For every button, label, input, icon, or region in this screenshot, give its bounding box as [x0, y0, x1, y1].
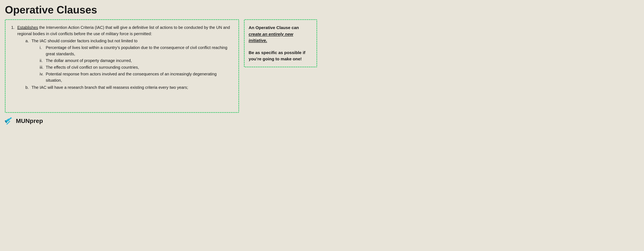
svg-rect-1 [9, 117, 12, 120]
footer: MUNprep [5, 116, 317, 126]
list-item: b. The IAC will have a research branch t… [26, 84, 233, 91]
side-text-line1-italic: create an entirely new initiative. [248, 32, 293, 43]
roman-content: Potential response from actors involved … [46, 71, 233, 84]
sub-a-text: The IAC should consider factors includin… [32, 38, 138, 43]
side-text-2: Be as specific as possible if you’re goi… [248, 50, 312, 62]
gavel-icon [5, 116, 14, 126]
sub-b-content: The IAC will have a research branch that… [32, 84, 233, 91]
page-title: Operative Clauses [5, 4, 317, 16]
brand-name: MUNprep [16, 118, 43, 124]
roman-content: Percentage of lives lost within a countr… [46, 44, 233, 57]
list-item: 1. Establishes the Intervention Action C… [11, 24, 233, 91]
list-item: a. The IAC should consider factors inclu… [26, 38, 233, 84]
roman-content: The effects of civil conflict on surroun… [46, 64, 233, 70]
roman-label: i. [40, 44, 46, 51]
sub-b-text: The IAC will have a research branch that… [32, 85, 188, 90]
roman-label: iv. [40, 71, 46, 77]
list-item: iv. Potential response from actors invol… [40, 71, 233, 84]
list-item: ii. The dollar amount of property damage… [40, 58, 233, 64]
side-text-1: An Operative Clause can create an entire… [248, 24, 312, 44]
sub-b-label: b. [26, 84, 32, 91]
roman-content: The dollar amount of property damage inc… [46, 58, 233, 64]
item-number: 1. [11, 24, 17, 31]
roman-label: iii. [40, 64, 46, 70]
roman-label: ii. [40, 58, 46, 64]
content-area: 1. Establishes the Intervention Action C… [5, 19, 317, 113]
main-clause-box: 1. Establishes the Intervention Action C… [5, 19, 239, 113]
list-item: i. Percentage of lives lost within a cou… [40, 44, 233, 57]
sub-a-label: a. [26, 38, 32, 44]
sub-a-content: The IAC should consider factors includin… [32, 38, 233, 84]
side-clause-box: An Operative Clause can create an entire… [244, 19, 317, 67]
item1-text: the Intervention Action Criteria (IAC) t… [17, 25, 230, 36]
side-text-line1-prefix: An Operative Clause can [248, 25, 299, 30]
item1-keyword: Establishes [17, 25, 38, 30]
item1-content: Establishes the Intervention Action Crit… [17, 24, 233, 91]
list-item: iii. The effects of civil conflict on su… [40, 64, 233, 70]
